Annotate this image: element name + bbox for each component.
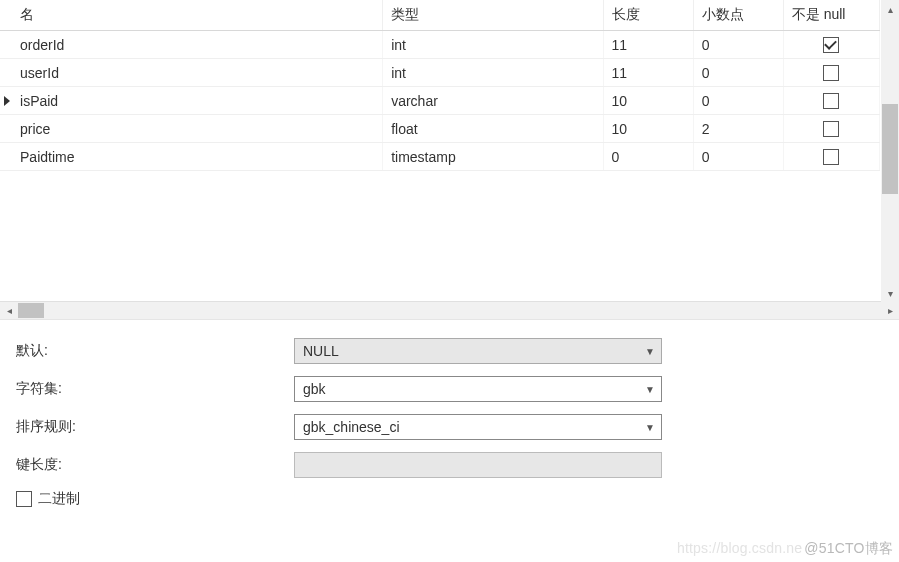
row-marker: [0, 87, 12, 115]
watermark-text: @51CTO博客: [804, 540, 893, 556]
collation-select[interactable]: gbk_chinese_ci ▼: [294, 414, 662, 440]
row-marker: [0, 59, 12, 87]
cell-name[interactable]: price: [12, 115, 383, 143]
cell-type[interactable]: float: [383, 115, 603, 143]
table-header-row: 名 类型 长度 小数点 不是 null: [0, 0, 880, 31]
horizontal-scrollbar[interactable]: ◂ ▸: [0, 302, 899, 320]
collation-value: gbk_chinese_ci: [303, 419, 400, 435]
default-label: 默认:: [14, 342, 294, 360]
row-marker: [0, 31, 12, 59]
keylength-row: 键长度:: [14, 452, 885, 478]
cell-notnull[interactable]: [783, 143, 879, 171]
notnull-checkbox[interactable]: [823, 121, 839, 137]
keylength-label: 键长度:: [14, 456, 294, 474]
notnull-checkbox[interactable]: [823, 37, 839, 53]
charset-value: gbk: [303, 381, 326, 397]
charset-row: 字符集: gbk ▼: [14, 376, 885, 402]
default-row: 默认: NULL ▼: [14, 338, 885, 364]
binary-row: 二进制: [14, 490, 885, 508]
cell-decimal[interactable]: 0: [693, 31, 783, 59]
keylength-input[interactable]: [294, 452, 662, 478]
cell-name[interactable]: userId: [12, 59, 383, 87]
notnull-checkbox[interactable]: [823, 65, 839, 81]
scroll-left-icon[interactable]: ◂: [0, 302, 18, 319]
fields-table: 名 类型 长度 小数点 不是 null orderIdint110userIdi…: [0, 0, 880, 171]
default-select[interactable]: NULL ▼: [294, 338, 662, 364]
vscroll-thumb[interactable]: [882, 104, 898, 194]
scroll-up-icon[interactable]: ▴: [881, 0, 899, 18]
cell-decimal[interactable]: 0: [693, 59, 783, 87]
binary-checkbox[interactable]: [16, 491, 32, 507]
cell-decimal[interactable]: 0: [693, 87, 783, 115]
vertical-scrollbar[interactable]: ▴ ▾: [881, 0, 899, 302]
watermark: https://blog.csdn.ne@51CTO博客: [677, 540, 893, 558]
cell-type[interactable]: int: [383, 31, 603, 59]
cell-length[interactable]: 10: [603, 115, 693, 143]
header-type[interactable]: 类型: [383, 0, 603, 31]
fields-table-viewport: 名 类型 长度 小数点 不是 null orderIdint110userIdi…: [0, 0, 880, 301]
collation-label: 排序规则:: [14, 418, 294, 436]
field-detail-panel: 默认: NULL ▼ 字符集: gbk ▼ 排序规则: gbk_chinese_…: [0, 320, 899, 516]
cell-notnull[interactable]: [783, 87, 879, 115]
binary-label: 二进制: [38, 490, 80, 508]
cell-length[interactable]: 10: [603, 87, 693, 115]
cell-notnull[interactable]: [783, 59, 879, 87]
chevron-down-icon: ▼: [645, 422, 655, 433]
table-row[interactable]: orderIdint110: [0, 31, 880, 59]
charset-select[interactable]: gbk ▼: [294, 376, 662, 402]
cell-name[interactable]: isPaid: [12, 87, 383, 115]
cell-notnull[interactable]: [783, 31, 879, 59]
cell-length[interactable]: 11: [603, 59, 693, 87]
fields-table-container: 名 类型 长度 小数点 不是 null orderIdint110userIdi…: [0, 0, 899, 302]
header-marker: [0, 0, 12, 31]
default-value: NULL: [303, 343, 339, 359]
charset-label: 字符集:: [14, 380, 294, 398]
table-row[interactable]: isPaidvarchar100: [0, 87, 880, 115]
hscroll-thumb[interactable]: [18, 303, 44, 318]
collation-row: 排序规则: gbk_chinese_ci ▼: [14, 414, 885, 440]
scroll-down-icon[interactable]: ▾: [881, 284, 899, 302]
fields-table-body: orderIdint110userIdint110isPaidvarchar10…: [0, 31, 880, 171]
header-name[interactable]: 名: [12, 0, 383, 31]
cell-length[interactable]: 0: [603, 143, 693, 171]
chevron-down-icon: ▼: [645, 346, 655, 357]
active-row-icon: [4, 96, 10, 106]
table-row[interactable]: pricefloat102: [0, 115, 880, 143]
header-length[interactable]: 长度: [603, 0, 693, 31]
cell-type[interactable]: timestamp: [383, 143, 603, 171]
watermark-faint: https://blog.csdn.ne: [677, 540, 802, 556]
table-row[interactable]: userIdint110: [0, 59, 880, 87]
row-marker: [0, 143, 12, 171]
table-row[interactable]: Paidtimetimestamp00: [0, 143, 880, 171]
scroll-right-icon[interactable]: ▸: [881, 302, 899, 319]
cell-name[interactable]: Paidtime: [12, 143, 383, 171]
notnull-checkbox[interactable]: [823, 93, 839, 109]
row-marker: [0, 115, 12, 143]
cell-decimal[interactable]: 0: [693, 143, 783, 171]
cell-length[interactable]: 11: [603, 31, 693, 59]
cell-name[interactable]: orderId: [12, 31, 383, 59]
header-decimal[interactable]: 小数点: [693, 0, 783, 31]
cell-notnull[interactable]: [783, 115, 879, 143]
cell-decimal[interactable]: 2: [693, 115, 783, 143]
cell-type[interactable]: int: [383, 59, 603, 87]
cell-type[interactable]: varchar: [383, 87, 603, 115]
header-notnull[interactable]: 不是 null: [783, 0, 879, 31]
chevron-down-icon: ▼: [645, 384, 655, 395]
notnull-checkbox[interactable]: [823, 149, 839, 165]
